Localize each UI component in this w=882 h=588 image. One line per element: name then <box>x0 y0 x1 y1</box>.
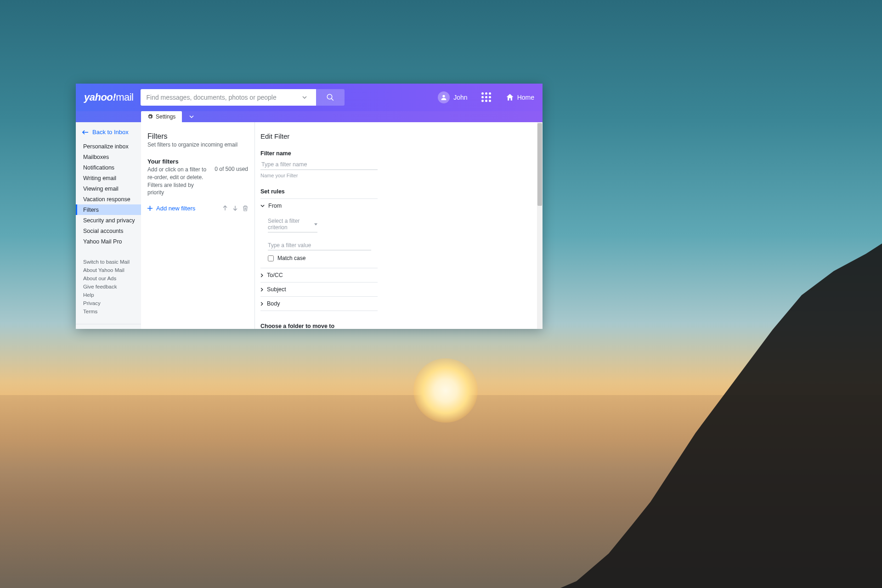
search-button[interactable] <box>316 89 345 106</box>
user-menu[interactable]: John <box>438 91 467 103</box>
storage-info: 1 TB of storage 0.01 % used <box>76 324 141 329</box>
your-filters-heading: Your filters <box>147 158 248 165</box>
criterion-select[interactable]: Select a filter criterion <box>268 216 317 232</box>
nav-filters[interactable]: Filters <box>76 204 141 215</box>
nav-social-accounts[interactable]: Social accounts <box>76 226 141 236</box>
nav-notifications[interactable]: Notifications <box>76 162 141 173</box>
home-label: Home <box>517 94 534 101</box>
your-filters-desc: Add or click on a filter to re-order, ed… <box>147 166 211 197</box>
match-case-checkbox[interactable] <box>268 255 274 261</box>
svg-point-2 <box>443 95 445 97</box>
search-box[interactable] <box>141 89 316 106</box>
rule-tocc-label: To/CC <box>267 272 283 278</box>
arrow-left-icon <box>82 130 89 135</box>
add-filter-label: Add new filters <box>156 205 195 212</box>
nav-security-privacy[interactable]: Security and privacy <box>76 215 141 226</box>
trash-icon <box>243 205 248 211</box>
filter-name-label: Filter name <box>260 150 531 157</box>
nav-personalize[interactable]: Personalize inbox <box>76 141 141 152</box>
desktop-wallpaper: yahoo!mail John <box>0 0 882 588</box>
rule-from-label: From <box>268 203 282 209</box>
filters-panel: Filters Set filters to organize incoming… <box>141 122 255 329</box>
move-up-button[interactable] <box>222 205 228 211</box>
filter-name-hint: Name your Filter <box>260 173 531 178</box>
nav-viewing-email[interactable]: Viewing email <box>76 183 141 194</box>
header-bar: yahoo!mail John <box>76 84 543 111</box>
search-icon <box>326 93 334 102</box>
set-rules-label: Set rules <box>260 188 531 195</box>
filters-subtitle: Set filters to organize incoming email <box>147 141 248 148</box>
rule-body-label: Body <box>267 300 280 307</box>
link-about-yahoo-mail[interactable]: About Yahoo Mail <box>76 266 141 274</box>
settings-sidebar: Back to Inbox Personalize inbox Mailboxe… <box>76 122 141 329</box>
back-label: Back to Inbox <box>92 129 129 136</box>
match-case-label: Match case <box>277 255 305 261</box>
caret-down-icon <box>314 223 317 226</box>
rule-subject-toggle[interactable]: Subject <box>260 286 378 293</box>
nav-yahoo-mail-pro[interactable]: Yahoo Mail Pro <box>76 236 141 247</box>
rule-from: From Select a filter criterion <box>260 198 378 268</box>
criterion-placeholder: Select a filter criterion <box>268 218 314 231</box>
person-icon <box>440 94 447 101</box>
tab-label: Settings <box>156 113 175 120</box>
tab-strip: Settings <box>76 111 543 122</box>
link-about-ads[interactable]: About our Ads <box>76 274 141 283</box>
edit-filter-panel: Edit Filter Filter name Name your Filter… <box>255 122 543 329</box>
home-icon <box>505 93 514 102</box>
settings-nav: Personalize inbox Mailboxes Notification… <box>76 141 141 247</box>
wallpaper-sun <box>413 358 478 423</box>
rule-body: Body <box>260 297 378 311</box>
chevron-down-icon <box>260 204 265 207</box>
scrollbar-thumb[interactable] <box>537 123 542 206</box>
scrollbar[interactable] <box>537 122 543 329</box>
logo[interactable]: yahoo!mail <box>84 91 133 103</box>
avatar <box>438 91 450 103</box>
link-help[interactable]: Help <box>76 291 141 299</box>
rule-subject-label: Subject <box>267 286 286 293</box>
link-privacy[interactable]: Privacy <box>76 299 141 307</box>
svg-line-1 <box>332 98 334 101</box>
edit-filter-title: Edit Filter <box>260 132 531 140</box>
tab-settings[interactable]: Settings <box>141 111 182 122</box>
content-body: Back to Inbox Personalize inbox Mailboxe… <box>76 122 543 329</box>
rule-body-toggle[interactable]: Body <box>260 300 378 307</box>
sidebar-secondary: Switch to basic Mail About Yahoo Mail Ab… <box>76 258 141 316</box>
app-window: yahoo!mail John <box>76 84 543 329</box>
tab-dropdown[interactable] <box>187 111 197 122</box>
logo-main: yahoo! <box>84 91 116 103</box>
apps-grid-icon[interactable] <box>481 92 492 102</box>
search-input[interactable] <box>146 94 298 101</box>
main-area: Filters Set filters to organize incoming… <box>141 122 543 329</box>
search-dropdown-icon[interactable] <box>298 96 311 99</box>
search-group <box>141 89 345 106</box>
arrow-up-icon <box>222 205 228 211</box>
link-give-feedback[interactable]: Give feedback <box>76 283 141 291</box>
chevron-right-icon <box>260 302 263 306</box>
link-terms[interactable]: Terms <box>76 307 141 316</box>
filters-title: Filters <box>147 132 248 141</box>
delete-filter-button[interactable] <box>243 205 248 211</box>
move-down-button[interactable] <box>232 205 238 211</box>
nav-vacation-response[interactable]: Vacation response <box>76 194 141 204</box>
user-name: John <box>453 94 467 101</box>
filter-name-input[interactable] <box>260 159 378 170</box>
chevron-right-icon <box>260 273 263 277</box>
plus-icon <box>147 206 153 211</box>
rule-tocc-toggle[interactable]: To/CC <box>260 272 378 278</box>
gear-icon <box>147 114 153 119</box>
filters-count: 0 of 500 used <box>215 166 248 172</box>
svg-point-0 <box>328 94 333 99</box>
rule-from-toggle[interactable]: From <box>260 203 378 209</box>
nav-writing-email[interactable]: Writing email <box>76 173 141 183</box>
rule-subject: Subject <box>260 283 378 297</box>
back-to-inbox[interactable]: Back to Inbox <box>76 122 141 141</box>
arrow-down-icon <box>232 205 238 211</box>
add-filter-button[interactable]: Add new filters <box>147 205 195 212</box>
nav-mailboxes[interactable]: Mailboxes <box>76 152 141 162</box>
choose-folder-label: Choose a folder to move to <box>260 323 531 329</box>
filter-value-input[interactable] <box>268 241 371 250</box>
home-link[interactable]: Home <box>505 93 534 102</box>
rule-tocc: To/CC <box>260 268 378 283</box>
link-switch-basic[interactable]: Switch to basic Mail <box>76 258 141 266</box>
chevron-right-icon <box>260 288 263 292</box>
